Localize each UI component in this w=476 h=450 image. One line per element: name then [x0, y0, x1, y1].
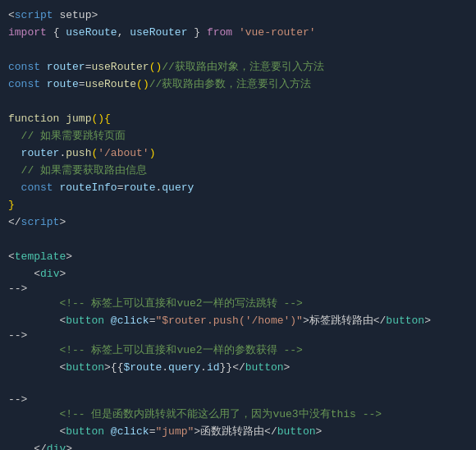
line-10: // 如果需要获取路由信息	[8, 162, 468, 179]
code-editor: <script setup> import { useRoute, useRou…	[0, 0, 476, 450]
line-7: function jump(){	[8, 110, 468, 127]
line-20: <button>{{$route.query.id}}</button>	[8, 359, 468, 376]
line-23: <button @click="jump">函数跳转路由</button>	[8, 423, 468, 440]
line-4: const router=useRouter()//获取路由对象，注意要引入方法	[8, 58, 468, 76]
line-19: <!-- 标签上可以直接和vue2一样的参数获得 -->	[8, 342, 468, 359]
line-1: <script setup>	[8, 7, 468, 24]
line-9: router.push('/about')	[8, 145, 468, 162]
line-16: <div>	[8, 265, 468, 282]
line-22: <!-- 但是函数内跳转就不能这么用了，因为vue3中没有this -->	[8, 406, 468, 423]
line-13: </script>	[8, 214, 468, 231]
line-12: }	[8, 196, 468, 214]
line-8: // 如果需要跳转页面	[8, 127, 468, 145]
line-18: <button @click="$router.push('/home')">标…	[8, 312, 468, 329]
line-17: <!-- 标签上可以直接和vue2一样的写法跳转 -->	[8, 295, 468, 312]
line-3	[8, 41, 468, 58]
line-24: </div>	[8, 440, 468, 450]
line-2: import { useRoute, useRouter } from 'vue…	[8, 24, 468, 41]
line-5: const route=useRoute()//获取路由参数，注意要引入方法	[8, 76, 468, 93]
line-6	[8, 93, 468, 110]
line-11: const routeInfo=route.query	[8, 179, 468, 196]
line-15: <template>	[8, 248, 468, 265]
line-14	[8, 231, 468, 248]
line-21	[8, 376, 468, 393]
